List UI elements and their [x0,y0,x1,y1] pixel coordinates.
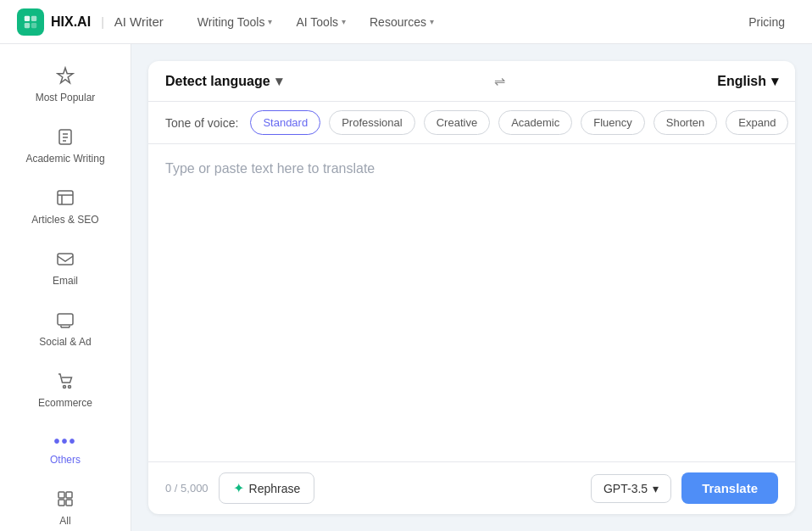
sidebar-item-articles[interactable]: Articles & SEO [7,178,124,236]
sidebar-label-all: All [59,515,70,527]
ecommerce-icon [56,372,75,393]
svg-rect-13 [66,500,72,506]
svg-rect-7 [58,314,73,325]
tone-standard[interactable]: Standard [250,110,320,135]
sidebar-label-social: Social & Ad [39,336,91,348]
target-language-label: English [717,74,766,89]
char-count: 0 / 5,000 [165,482,209,495]
source-language-selector[interactable]: Detect language ▾ [165,73,282,89]
target-language-chevron-icon: ▾ [771,73,778,89]
tone-fluency[interactable]: Fluency [581,110,645,135]
swap-language-button[interactable]: ⇌ [494,73,505,89]
source-language-chevron-icon: ▾ [275,73,282,89]
email-icon [56,249,75,271]
others-icon: ••• [53,433,76,450]
logo-divider: | [101,15,104,29]
main-content: Detect language ▾ ⇌ English ▾ Tone of vo… [131,44,812,531]
rephrase-icon: ✦ [233,480,244,496]
sidebar-label-ecommerce: Ecommerce [38,397,92,409]
gpt-model-chevron-icon: ▾ [653,482,659,495]
ai-writer-label: AI Writer [114,14,164,29]
source-language-label: Detect language [165,74,270,89]
main-nav: Writing Tools ▾ AI Tools ▾ Resources ▾ [187,10,444,34]
tone-expand[interactable]: Expand [726,110,788,135]
all-icon [56,489,75,511]
nav-ai-tools[interactable]: AI Tools ▾ [286,10,356,34]
sidebar-item-ecommerce[interactable]: Ecommerce [7,361,124,419]
nav-resources[interactable]: Resources ▾ [359,10,444,34]
sidebar-item-academic[interactable]: Academic Writing [7,117,124,175]
header: HIX.AI | AI Writer Writing Tools ▾ AI To… [0,0,812,44]
svg-rect-3 [31,22,36,27]
tone-label: Tone of voice: [165,116,238,130]
language-bar: Detect language ▾ ⇌ English ▾ [148,61,795,102]
sidebar-label-academic: Academic Writing [25,153,104,165]
logo-text: HIX.AI [51,14,91,30]
academic-icon [56,127,75,148]
tone-academic[interactable]: Academic [498,110,572,135]
resources-chevron-icon: ▾ [430,17,434,26]
sidebar: Most Popular Academic Writing Articles &… [0,44,131,531]
sidebar-item-all[interactable]: All [7,479,124,531]
sidebar-item-others[interactable]: ••• Others [7,422,124,476]
svg-rect-10 [58,492,64,498]
svg-point-8 [64,386,66,388]
svg-rect-2 [25,22,30,27]
svg-rect-5 [58,191,73,204]
articles-icon [56,188,75,210]
sidebar-item-most-popular[interactable]: Most Popular [7,56,124,114]
tone-shorten[interactable]: Shorten [653,110,718,135]
gpt-model-selector[interactable]: GPT-3.5 ▾ [591,474,671,503]
rephrase-label: Rephrase [249,482,301,495]
rephrase-button[interactable]: ✦ Rephrase [219,472,315,504]
svg-point-9 [69,386,71,388]
sidebar-label-articles: Articles & SEO [31,214,98,226]
ai-tools-chevron-icon: ▾ [342,17,346,26]
social-icon [56,310,75,332]
svg-rect-12 [58,500,64,506]
svg-rect-0 [25,15,30,20]
sidebar-item-email[interactable]: Email [7,239,124,297]
bottom-bar: 0 / 5,000 ✦ Rephrase GPT-3.5 ▾ Translate [148,461,795,514]
sidebar-label-most-popular: Most Popular [36,92,96,103]
nav-writing-tools[interactable]: Writing Tools ▾ [187,10,283,34]
text-placeholder: Type or paste text here to translate [165,161,375,176]
sidebar-label-email: Email [53,275,78,287]
svg-rect-11 [66,492,72,498]
translate-button[interactable]: Translate [681,472,778,504]
svg-rect-1 [31,15,36,20]
target-language-selector[interactable]: English ▾ [717,73,778,89]
tone-bar: Tone of voice: Standard Professional Cre… [148,102,795,144]
gpt-model-label: GPT-3.5 [603,482,648,495]
logo-icon [17,8,44,36]
sidebar-label-others: Others [50,454,81,466]
writing-tools-chevron-icon: ▾ [268,17,272,26]
svg-rect-6 [58,254,73,265]
tone-professional[interactable]: Professional [329,110,415,135]
nav-pricing[interactable]: Pricing [738,10,795,34]
tone-creative[interactable]: Creative [424,110,490,135]
app-layout: Most Popular Academic Writing Articles &… [0,44,812,531]
translator-card: Detect language ▾ ⇌ English ▾ Tone of vo… [148,61,795,514]
most-popular-icon [56,66,75,87]
logo-area: HIX.AI | AI Writer [17,8,164,36]
sidebar-item-social[interactable]: Social & Ad [7,300,124,358]
text-input-area[interactable]: Type or paste text here to translate [148,144,795,461]
